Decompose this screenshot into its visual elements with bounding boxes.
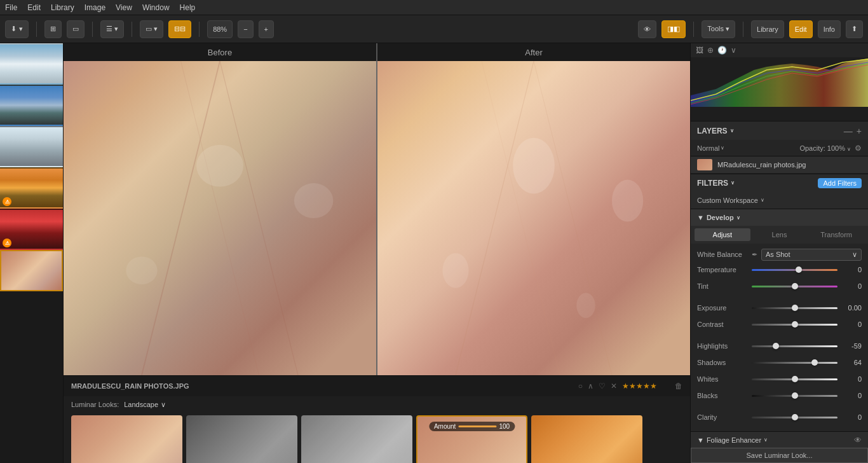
- shadows-track[interactable]: [752, 362, 837, 364]
- menu-window[interactable]: Window: [142, 3, 170, 12]
- filmstrip-thumb-snow[interactable]: [0, 43, 63, 85]
- filmstrip-thumb-current[interactable]: [0, 250, 63, 291]
- svg-point-5: [294, 183, 333, 218]
- chevron-down-layers: ∨: [730, 128, 734, 134]
- develop-header[interactable]: ▼ Develop ∨: [691, 209, 868, 226]
- gear-button[interactable]: ⚙: [855, 144, 862, 153]
- slider-row-temperature: Temperature 0: [697, 263, 862, 277]
- look-warm-sunset[interactable]: Warm Sunset ★: [531, 415, 642, 463]
- filter-button[interactable]: ☰ ▾: [100, 20, 124, 38]
- opacity-label: Opacity: 100%: [799, 144, 845, 152]
- develop-label: ▼ Develop ∨: [697, 214, 740, 221]
- histogram-area: [691, 57, 868, 121]
- eyedropper-icon[interactable]: ✒: [752, 251, 757, 259]
- tab-lens[interactable]: Lens: [752, 228, 808, 241]
- chevron-down-hist: ∨: [731, 46, 736, 55]
- tab-adjust[interactable]: Adjust: [695, 228, 750, 241]
- whites-thumb[interactable]: [792, 376, 798, 382]
- canvas-area: Before After: [64, 43, 690, 463]
- menu-view[interactable]: View: [116, 3, 132, 12]
- highlights-thumb[interactable]: [773, 343, 779, 349]
- separator-4: [199, 22, 200, 37]
- image-view[interactable]: [64, 61, 690, 375]
- foliage-eye-icon[interactable]: 👁: [854, 436, 862, 445]
- import-button[interactable]: ⬇ ▾: [5, 20, 29, 38]
- separator-2: [92, 22, 93, 37]
- temperature-track[interactable]: [752, 269, 837, 271]
- grid-view-button[interactable]: ⊞: [44, 20, 62, 38]
- zoom-out-button[interactable]: −: [238, 20, 253, 38]
- whites-track[interactable]: [752, 378, 837, 380]
- tools-button[interactable]: Tools ▾: [702, 20, 735, 38]
- menu-library[interactable]: Library: [51, 3, 74, 12]
- shadows-thumb[interactable]: [811, 359, 818, 366]
- compare-mode-button[interactable]: ◨◧: [661, 20, 686, 38]
- menu-edit[interactable]: Edit: [27, 3, 41, 12]
- compare-button[interactable]: ⊟⊟: [168, 20, 191, 38]
- single-view-button[interactable]: ▭: [67, 20, 85, 38]
- wb-dropdown[interactable]: As Shot ∨: [761, 249, 862, 261]
- filmstrip-thumb-field[interactable]: ⚠: [0, 167, 63, 209]
- opacity-control[interactable]: Opacity: 100% ∨: [799, 144, 851, 152]
- slider-row-exposure: Exposure 0.00: [697, 301, 862, 315]
- reject-icon[interactable]: ✕: [611, 382, 617, 390]
- look-mystic-land[interactable]: Amount 100 Mystic Land ★: [416, 415, 527, 463]
- chevron-down-blend: ∨: [721, 145, 724, 151]
- tab-info[interactable]: Info: [818, 20, 841, 38]
- blacks-thumb[interactable]: [792, 392, 798, 399]
- tab-library[interactable]: Library: [751, 20, 784, 38]
- highlights-track[interactable]: [752, 345, 837, 347]
- blend-mode-dropdown[interactable]: Normal ∨: [697, 144, 724, 152]
- slider-row-shadows: Shadows 64: [697, 356, 862, 370]
- tint-thumb[interactable]: [792, 283, 798, 289]
- look-impressive[interactable]: Impressive ★: [71, 415, 182, 463]
- trash-icon[interactable]: 🗑: [675, 382, 682, 390]
- clarity-thumb[interactable]: [792, 414, 798, 420]
- looks-category-dropdown[interactable]: Landscape ∨: [124, 401, 166, 409]
- separator-6: [743, 22, 743, 37]
- contrast-track[interactable]: [752, 324, 837, 326]
- foliage-enhancer-header[interactable]: ▼ Foliage Enhancer ∨ 👁: [691, 431, 868, 448]
- shadows-label: Shadows: [697, 359, 748, 366]
- blacks-track[interactable]: [752, 395, 837, 397]
- photo-icon: 🖼: [696, 46, 703, 55]
- layer-thumbnail: [697, 159, 712, 170]
- split-handle[interactable]: [376, 61, 377, 375]
- contrast-value: 0: [841, 321, 862, 328]
- exposure-track[interactable]: [752, 307, 837, 309]
- strip-filename: MRADULESCU_RAIN PHOTOS.JPG: [71, 382, 571, 390]
- heart-icon[interactable]: ♡: [599, 382, 606, 390]
- tab-transform[interactable]: Transform: [808, 228, 864, 241]
- layers-minimize[interactable]: —: [844, 126, 853, 136]
- sliders-area: White Balance ✒ As Shot ∨ Temperature 0: [691, 244, 868, 431]
- exposure-thumb[interactable]: [792, 305, 798, 311]
- temperature-value: 0: [841, 266, 862, 273]
- menu-help[interactable]: Help: [180, 3, 196, 12]
- filmstrip-thumb-poppy[interactable]: ⚠: [0, 209, 63, 250]
- zoom-in-button[interactable]: +: [259, 20, 274, 38]
- look-morning-fog[interactable]: Morning Fog ★: [301, 415, 412, 463]
- layers-add[interactable]: +: [857, 126, 862, 136]
- import-icon: ⬇: [11, 25, 17, 33]
- develop-title: Develop: [707, 214, 734, 221]
- clarity-track[interactable]: [752, 417, 837, 418]
- menu-image[interactable]: Image: [85, 3, 105, 12]
- rating-stars[interactable]: ★★★★★: [622, 382, 657, 390]
- workspace-bar[interactable]: Custom Workspace ∨: [691, 191, 868, 209]
- blacks-value: 0: [841, 392, 862, 399]
- contrast-thumb[interactable]: [792, 321, 798, 328]
- menu-file[interactable]: File: [5, 3, 17, 12]
- eye-button[interactable]: 👁: [638, 20, 656, 38]
- tint-track[interactable]: [752, 286, 837, 287]
- add-filters-button[interactable]: Add Filters: [818, 178, 862, 188]
- look-landscape-bw[interactable]: Landscape B&W ★: [186, 415, 297, 463]
- filmstrip-thumb-lake[interactable]: [0, 85, 63, 126]
- temperature-thumb[interactable]: [796, 266, 802, 273]
- layer-item-0[interactable]: MRadulescu_rain photos.jpg: [691, 156, 868, 174]
- save-look-button[interactable]: Save Luminar Look...: [691, 448, 868, 463]
- layout-button[interactable]: ▭ ▾: [140, 20, 163, 38]
- filmstrip-thumb-winter[interactable]: [0, 126, 63, 167]
- after-label: After: [377, 48, 690, 57]
- tab-edit[interactable]: Edit: [789, 20, 813, 38]
- share-button[interactable]: ⬆: [846, 20, 863, 38]
